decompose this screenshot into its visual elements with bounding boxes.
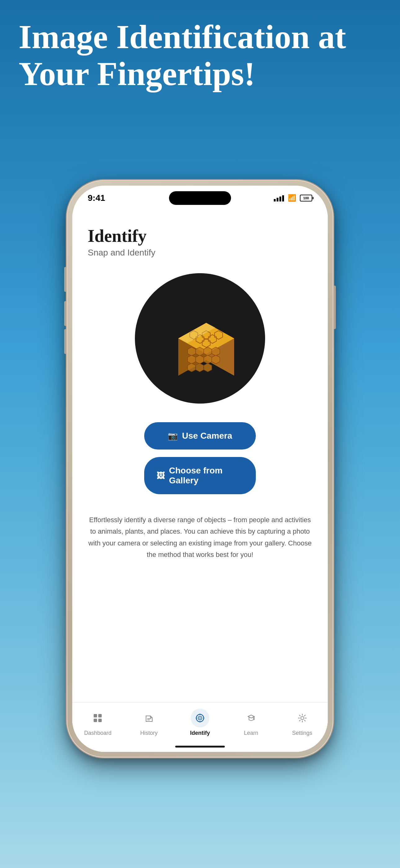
svg-marker-9 xyxy=(188,347,196,356)
honeycomb-illustration xyxy=(147,292,253,385)
learn-icon xyxy=(246,713,256,723)
status-icons: 📶 100 xyxy=(274,194,312,202)
svg-marker-18 xyxy=(196,363,204,372)
settings-label: Settings xyxy=(292,730,312,736)
svg-marker-12 xyxy=(212,347,220,356)
gallery-icon: 🖼 xyxy=(157,471,165,480)
use-camera-label: Use Camera xyxy=(182,431,232,441)
history-icon xyxy=(144,713,154,723)
hero-title: Image Identification at Your Fingertips! xyxy=(19,19,381,93)
tab-history[interactable]: History xyxy=(124,709,174,736)
choose-gallery-label: Choose from Gallery xyxy=(169,466,243,486)
dashboard-icon-wrap xyxy=(88,709,107,727)
dashboard-icon xyxy=(93,713,102,723)
svg-marker-11 xyxy=(204,347,212,356)
history-icon-wrap xyxy=(139,709,158,727)
home-indicator xyxy=(175,746,225,748)
screen-content: Identify Snap and Identify xyxy=(72,211,328,752)
phone-shell: 9:41 📶 100 Identify Snap and Identi xyxy=(67,180,333,757)
svg-point-35 xyxy=(301,716,304,720)
learn-label: Learn xyxy=(244,730,258,736)
app-title: Identify xyxy=(88,226,312,246)
learn-icon-wrap xyxy=(242,709,261,727)
battery-icon: 100 xyxy=(300,195,312,202)
phone-mockup: 9:41 📶 100 Identify Snap and Identi xyxy=(67,180,333,757)
svg-rect-22 xyxy=(98,714,102,717)
tab-bar: Dashboard History xyxy=(72,702,328,752)
svg-marker-17 xyxy=(188,363,196,372)
identify-label: Identify xyxy=(190,730,210,736)
hero-image-circle xyxy=(135,273,265,404)
camera-icon: 📷 xyxy=(168,431,178,441)
tab-dashboard[interactable]: Dashboard xyxy=(72,709,124,736)
settings-icon xyxy=(298,713,307,723)
description-text: Effortlessly identify a diverse range of… xyxy=(72,502,328,570)
tab-identify[interactable]: Identify xyxy=(174,709,226,736)
svg-rect-21 xyxy=(94,714,97,717)
svg-marker-14 xyxy=(196,355,204,364)
use-camera-button[interactable]: 📷 Use Camera xyxy=(144,422,256,450)
app-subtitle: Snap and Identify xyxy=(88,248,312,258)
identify-icon-wrap xyxy=(191,709,209,727)
svg-marker-19 xyxy=(204,363,212,372)
phone-screen: 9:41 📶 100 Identify Snap and Identi xyxy=(72,186,328,752)
svg-marker-15 xyxy=(204,355,212,364)
choose-gallery-button[interactable]: 🖼 Choose from Gallery xyxy=(144,457,256,494)
svg-point-29 xyxy=(199,717,201,719)
tab-learn[interactable]: Learn xyxy=(226,709,276,736)
settings-icon-wrap xyxy=(293,709,312,727)
svg-marker-16 xyxy=(212,355,220,364)
main-content: Identify Snap and Identify xyxy=(72,211,328,494)
signal-icon xyxy=(274,195,284,202)
svg-rect-24 xyxy=(98,719,102,722)
wifi-icon: 📶 xyxy=(288,194,296,202)
identify-icon xyxy=(195,713,205,723)
dashboard-label: Dashboard xyxy=(84,730,111,736)
status-time: 9:41 xyxy=(88,193,105,203)
svg-marker-10 xyxy=(196,347,204,356)
tab-settings[interactable]: Settings xyxy=(276,709,328,736)
svg-marker-13 xyxy=(188,355,196,364)
history-label: History xyxy=(140,730,158,736)
dynamic-island xyxy=(169,191,231,205)
svg-rect-23 xyxy=(94,719,97,722)
